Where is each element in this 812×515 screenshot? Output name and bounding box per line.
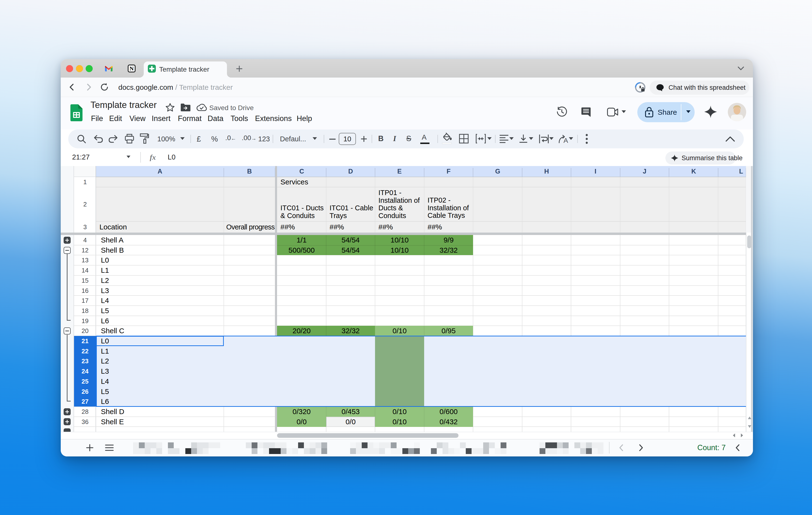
svg-text:A: A [563, 137, 568, 144]
